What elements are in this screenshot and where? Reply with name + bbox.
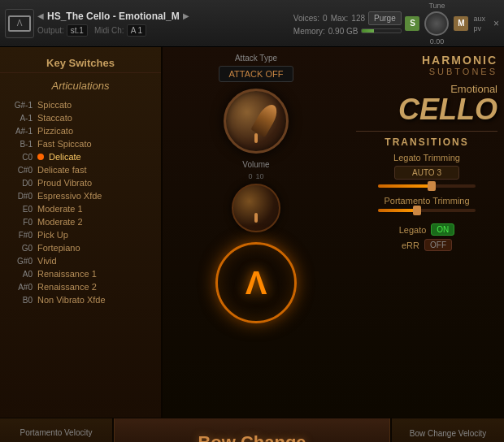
close-button[interactable]: ×	[493, 18, 499, 29]
bullet-decoration	[250, 102, 280, 138]
tune-knob-group: Tune 0.00	[424, 2, 449, 46]
bow-change-velocity-box: Bow Change Velocity 80	[390, 418, 504, 442]
legato-trimming-label: Legato Trimming	[356, 153, 497, 162]
tune-value: 0.00	[430, 37, 445, 46]
err-toggle-row: eRR OFF	[356, 239, 497, 251]
volume-knob[interactable]	[232, 184, 280, 232]
voices-label: Voices:	[293, 14, 319, 23]
portamento-velocity-label: Portamento Velocity	[20, 428, 93, 437]
art-item-14[interactable]: A#0 Renaissance 2	[0, 280, 161, 293]
attack-knob[interactable]	[224, 89, 289, 154]
max-value: 128	[351, 14, 365, 23]
attack-type-label: Attack Type	[235, 54, 277, 63]
output-info: Output: st.1	[37, 24, 88, 37]
tune-knob[interactable]	[424, 11, 449, 36]
art-item-10[interactable]: F#0 Pick Up	[0, 228, 161, 241]
portamento-slider-fill	[378, 209, 417, 212]
output-dropdown[interactable]: st.1	[67, 24, 88, 37]
art-item-7[interactable]: D#0 Espressivo Xfde	[0, 189, 161, 202]
err-toggle-button[interactable]: OFF	[424, 239, 452, 251]
knob-indicator	[254, 133, 258, 143]
logo-button[interactable]: Λ	[5, 9, 34, 38]
memory-label: Memory:	[293, 27, 325, 36]
m-button[interactable]: M	[454, 16, 468, 31]
portamento-trimming-label: Portamento Trimming	[356, 196, 497, 206]
logo-icon: Λ	[8, 15, 31, 32]
s-button[interactable]: S	[405, 16, 419, 31]
volume-knob-indicator	[254, 213, 258, 223]
volume-scale: 0 10	[248, 172, 263, 180]
art-item-6[interactable]: D0 Proud Vibrato	[0, 176, 161, 189]
nav-next-arrow[interactable]: ▶	[183, 11, 189, 20]
legato-toggle-label: Legato	[399, 225, 427, 235]
left-panel: Key Switches Articulations G#-1 Spiccato…	[0, 47, 163, 418]
art-item-13[interactable]: A0 Renaissance 1	[0, 267, 161, 280]
art-item-5[interactable]: C#0 Delicate fast	[0, 163, 161, 176]
legato-trimming-section: Legato Trimming AUTO 3	[356, 153, 497, 188]
volume-max: 10	[256, 172, 264, 180]
max-label: Max:	[331, 14, 349, 23]
instrument-name-bar: ◀ HS_The Cello - Emotional_M ▶ Output: s…	[37, 11, 290, 37]
legato-toggle-button[interactable]: ON	[431, 223, 454, 236]
orange-ring-decoration: Λ	[215, 242, 297, 323]
art-item-11[interactable]: G0 Fortepiano	[0, 241, 161, 254]
portamento-slider-track[interactable]	[378, 209, 476, 212]
legato-toggle-row: Legato ON	[356, 223, 497, 236]
bow-change-box[interactable]: Bow Change	[114, 418, 390, 442]
right-panel: HARMONIC SUBTONES Emotional CELLO TRANSI…	[350, 47, 504, 418]
subtones-text: SUBTONES	[429, 67, 497, 76]
purge-button[interactable]: Purge	[368, 11, 402, 25]
top-bar: Λ ◀ HS_The Cello - Emotional_M ▶ Output:…	[0, 0, 504, 47]
art-item-15[interactable]: B0 Non Vibrato Xfde	[0, 293, 161, 306]
tune-label: Tune	[428, 2, 445, 10]
main-area: Key Switches Articulations G#-1 Spiccato…	[0, 47, 504, 418]
voices-info: Voices: 0 Max: 128 Purge Memory: 0.90 GB	[293, 11, 402, 36]
portamento-trimming-section: Portamento Trimming	[356, 196, 497, 212]
attack-knob-container	[224, 89, 289, 154]
nav-prev-arrow[interactable]: ◀	[37, 11, 44, 20]
top-right-controls: S Tune 0.00 M aux pv ×	[405, 2, 499, 46]
memory-row: Memory: 0.90 GB	[293, 27, 402, 36]
legato-slider-fill	[378, 184, 432, 188]
output-label: Output:	[37, 26, 64, 35]
bow-change-velocity-label: Bow Change Velocity	[410, 429, 487, 438]
voices-row: Voices: 0 Max: 128 Purge	[293, 11, 402, 25]
logo-text: Λ	[17, 19, 23, 28]
aux-pv-labels: aux pv	[473, 15, 485, 32]
info-row: Output: st.1 Midi Ch: A 1	[37, 24, 290, 37]
art-item-4[interactable]: C0 Delicate	[0, 150, 161, 163]
active-dot	[37, 154, 44, 160]
instrument-title: HS_The Cello - Emotional_M	[47, 11, 180, 22]
portamento-velocity-box: Portamento Velocity 30	[0, 418, 114, 442]
art-item-8[interactable]: E0 Moderate 1	[0, 202, 161, 215]
err-label: eRR	[402, 240, 419, 250]
midi-label: Midi Ch:	[94, 26, 124, 35]
title-row: ◀ HS_The Cello - Emotional_M ▶	[37, 11, 290, 22]
art-item-3[interactable]: B-1 Fast Spiccato	[0, 137, 161, 150]
memory-value: 0.90 GB	[328, 27, 358, 36]
center-panel: Attack Type ATTACK OFF Volume 0 10 Λ	[163, 47, 350, 418]
transitions-label: TRANSITIONS	[356, 131, 497, 148]
midi-dropdown[interactable]: A 1	[127, 24, 146, 37]
portamento-slider-container	[356, 209, 497, 212]
art-item-9[interactable]: F0 Moderate 2	[0, 215, 161, 228]
art-item-12[interactable]: G#0 Vivid	[0, 254, 161, 267]
brand-logo: HARMONIC SUBTONES	[356, 54, 497, 76]
art-item-1[interactable]: A-1 Staccato	[0, 111, 161, 124]
legato-slider-thumb[interactable]	[428, 181, 436, 191]
legato-auto-dropdown[interactable]: AUTO 3	[394, 166, 459, 180]
portamento-slider-thumb[interactable]	[413, 206, 421, 215]
attack-off-display[interactable]: ATTACK OFF	[219, 66, 294, 82]
bow-change-label: Bow Change	[198, 432, 306, 442]
legato-slider-track[interactable]	[378, 184, 476, 188]
art-item-2[interactable]: A#-1 Pizzicato	[0, 124, 161, 137]
memory-progress-bar	[361, 28, 402, 33]
lambda-symbol: Λ	[245, 265, 267, 301]
art-item-0[interactable]: G#-1 Spiccato	[0, 98, 161, 111]
voices-value: 0	[323, 14, 328, 23]
articulations-list: G#-1 Spiccato A-1 Staccato A#-1 Pizzicat…	[0, 98, 161, 411]
memory-progress-fill	[362, 29, 373, 32]
cello-big-text: CELLO	[356, 95, 497, 124]
bottom-bar: Portamento Velocity 30 Bow Change Bow Ch…	[0, 418, 504, 442]
articulations-header: Articulations	[0, 76, 161, 95]
